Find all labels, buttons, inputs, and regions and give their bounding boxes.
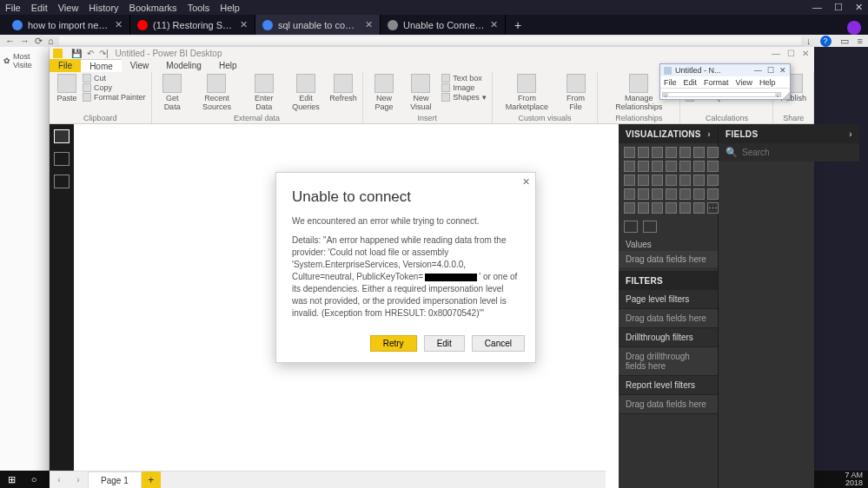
page-next-icon[interactable]: ›: [69, 475, 88, 485]
viz-type-icon[interactable]: [652, 147, 663, 158]
get-data-button[interactable]: Get Data: [157, 74, 188, 111]
home-icon[interactable]: ⌂: [48, 36, 54, 46]
values-dropzone[interactable]: Drag data fields here: [619, 251, 718, 267]
np-menu-view[interactable]: View: [736, 78, 752, 87]
browser-tab[interactable]: (11) Restoring SQL database b ✕: [130, 15, 255, 35]
retry-button[interactable]: Retry: [370, 335, 417, 352]
browser-tab[interactable]: sql unable to connect with pow ✕: [255, 15, 381, 35]
downloads-icon[interactable]: ↓: [806, 36, 812, 46]
viz-type-icon[interactable]: [679, 175, 691, 186]
tab-close-icon[interactable]: ✕: [490, 19, 498, 30]
pocket-icon[interactable]: [847, 21, 861, 35]
shapes-button[interactable]: Shapes ▾: [441, 93, 487, 102]
new-tab-button[interactable]: +: [506, 15, 530, 35]
edit-button[interactable]: Edit: [424, 335, 465, 352]
ff-menu-file[interactable]: File: [5, 3, 21, 13]
tab-file[interactable]: File: [50, 59, 81, 72]
cortana-icon[interactable]: ○: [23, 471, 45, 488]
page-filters-dropzone[interactable]: Drag data fields here: [619, 309, 718, 328]
library-icon[interactable]: ▭: [840, 36, 849, 47]
dialog-close-icon[interactable]: ✕: [522, 176, 530, 188]
tab-close-icon[interactable]: ✕: [365, 19, 373, 30]
pbi-max-icon[interactable]: ☐: [787, 49, 795, 58]
tab-help[interactable]: Help: [210, 59, 246, 72]
tab-close-icon[interactable]: ✕: [115, 19, 123, 30]
np-menu-help[interactable]: Help: [759, 78, 776, 87]
viz-type-icon[interactable]: [679, 188, 691, 200]
report-view-icon[interactable]: [54, 129, 70, 143]
new-page-button[interactable]: New Page: [368, 74, 401, 111]
format-tab-icon[interactable]: [643, 221, 657, 233]
drillthrough-filters-dropzone[interactable]: Drag drillthrough fields here: [619, 347, 718, 376]
notepad-editor[interactable]: ‹›: [660, 88, 790, 99]
viz-type-icon[interactable]: [624, 175, 635, 186]
viz-type-icon[interactable]: [693, 175, 705, 186]
viz-type-icon[interactable]: [679, 161, 691, 172]
viz-type-icon[interactable]: [707, 147, 719, 158]
ff-menu-history[interactable]: History: [89, 3, 118, 13]
filters-header[interactable]: FILTERS: [619, 271, 718, 290]
start-button[interactable]: ⊞: [0, 471, 23, 488]
viz-type-icon[interactable]: [652, 175, 663, 186]
np-menu-file[interactable]: File: [664, 78, 677, 87]
textbox-button[interactable]: Text box: [441, 74, 487, 82]
back-icon[interactable]: ←: [5, 36, 15, 46]
enter-data-button[interactable]: Enter Data: [246, 74, 282, 111]
viz-type-icon[interactable]: [679, 147, 691, 158]
url-bar[interactable]: [59, 36, 801, 45]
refresh-button[interactable]: Refresh: [329, 74, 356, 102]
ff-menu-edit[interactable]: Edit: [31, 3, 48, 13]
np-menu-format[interactable]: Format: [704, 78, 729, 87]
page-tab[interactable]: Page 1: [88, 472, 142, 488]
image-button[interactable]: Image: [441, 83, 487, 92]
viz-type-icon[interactable]: [652, 188, 663, 200]
viz-type-icon[interactable]: [707, 161, 719, 172]
cut-button[interactable]: Cut: [83, 74, 146, 82]
viz-type-icon[interactable]: [638, 161, 649, 172]
viz-type-icon[interactable]: [693, 202, 705, 214]
viz-type-icon[interactable]: [693, 188, 705, 200]
viz-type-icon[interactable]: [679, 202, 691, 214]
help-icon[interactable]: ?: [820, 36, 832, 47]
redo-icon[interactable]: ↷: [99, 49, 106, 58]
edit-queries-button[interactable]: Edit Queries: [285, 74, 326, 111]
viz-type-icon[interactable]: [624, 147, 635, 158]
from-file-button[interactable]: From File: [560, 74, 592, 111]
viz-type-icon[interactable]: [666, 147, 677, 158]
save-icon[interactable]: 💾: [71, 49, 82, 58]
viz-type-icon[interactable]: [693, 161, 705, 172]
ff-max-icon[interactable]: ☐: [834, 2, 843, 13]
tab-view[interactable]: View: [122, 59, 158, 72]
notepad-titlebar[interactable]: Untitled - N... — ☐ ✕: [660, 64, 790, 76]
add-page-button[interactable]: +: [142, 472, 161, 488]
recent-sources-button[interactable]: Recent Sources: [191, 74, 242, 111]
reload-icon[interactable]: ⟳: [35, 36, 43, 47]
menu-icon[interactable]: ≡: [858, 36, 863, 46]
viz-type-icon[interactable]: [693, 147, 705, 158]
scroll-right-icon[interactable]: ›: [775, 93, 780, 96]
np-max-icon[interactable]: ☐: [767, 66, 774, 75]
viz-type-icon[interactable]: [666, 188, 677, 200]
most-visited-label[interactable]: Most Visite: [13, 52, 45, 69]
pbi-close-icon[interactable]: ✕: [802, 49, 809, 58]
np-min-icon[interactable]: —: [754, 66, 762, 75]
ff-menu-help[interactable]: Help: [220, 3, 240, 13]
tab-modeling[interactable]: Modeling: [157, 59, 210, 72]
new-visual-button[interactable]: New Visual: [404, 74, 439, 111]
tab-home[interactable]: Home: [81, 59, 122, 72]
ff-menu-bookmarks[interactable]: Bookmarks: [129, 3, 177, 13]
viz-type-icon[interactable]: [638, 175, 649, 186]
viz-type-icon[interactable]: [624, 161, 635, 172]
report-filters-dropzone[interactable]: Drag data fields here: [619, 395, 718, 414]
viz-type-icon[interactable]: [638, 147, 649, 158]
paste-button[interactable]: Paste: [55, 74, 79, 102]
model-view-icon[interactable]: [54, 175, 70, 188]
pbi-min-icon[interactable]: —: [772, 49, 780, 58]
fields-search[interactable]: 🔍: [719, 143, 859, 162]
viz-type-icon[interactable]: [666, 202, 677, 214]
scroll-left-icon[interactable]: ‹: [663, 93, 668, 96]
from-marketplace-button[interactable]: From Marketplace: [498, 74, 556, 111]
undo-icon[interactable]: ↶: [87, 49, 94, 58]
ff-min-icon[interactable]: —: [812, 2, 822, 13]
viz-type-icon[interactable]: [707, 188, 719, 200]
